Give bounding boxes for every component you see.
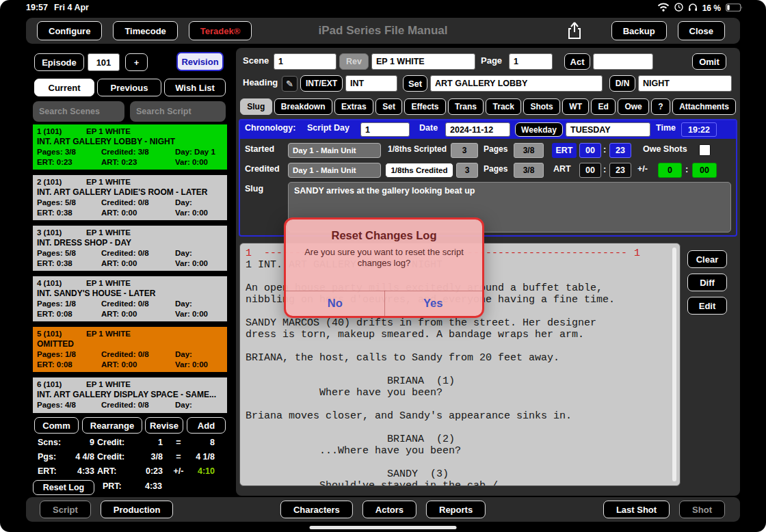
home-indicator[interactable]	[310, 526, 457, 529]
act-button[interactable]: Act	[564, 53, 590, 70]
tab-owe[interactable]: Owe	[618, 98, 649, 115]
tab-effects[interactable]: Effects	[404, 98, 446, 115]
tab-current[interactable]: Current	[34, 79, 94, 96]
tab-wt[interactable]: WT	[562, 98, 589, 115]
add-episode-button[interactable]: +	[125, 53, 148, 71]
variance-minutes-field[interactable]: 00	[692, 163, 717, 178]
backup-button[interactable]: Backup	[611, 21, 667, 40]
credited-pages-field[interactable]: 3/8	[514, 163, 544, 178]
art-hours-field[interactable]: 00	[579, 163, 601, 178]
close-button[interactable]: Close	[678, 21, 725, 40]
scene-credited: Credited: 0/8	[101, 400, 175, 410]
scene-revision: EP 1 WHITE	[86, 228, 131, 238]
owe-shots-checkbox[interactable]	[699, 144, 711, 156]
add-scene-button[interactable]: Add	[187, 417, 226, 434]
act-field[interactable]	[593, 53, 653, 70]
status-time-date: 19:57Fri 4 Apr	[26, 3, 89, 12]
page-number-field[interactable]: 1	[509, 53, 553, 70]
tab-trans[interactable]: Trans	[448, 98, 484, 115]
revision-button[interactable]: Revision	[176, 52, 224, 71]
reports-button[interactable]: Reports	[426, 501, 486, 518]
tab-set[interactable]: Set	[375, 98, 402, 115]
script-line: ...Where have you been?	[246, 445, 680, 457]
diff-button[interactable]: Diff	[687, 274, 727, 291]
last-shot-button[interactable]: Last Shot	[603, 501, 670, 518]
share-icon[interactable]	[566, 21, 583, 40]
weekday-button[interactable]: Weekday	[515, 122, 563, 137]
scene-list-item-1[interactable]: 1 (101)EP 1 WHITEINT. ART GALLERY LOBBY …	[33, 124, 227, 170]
tab-wish-list[interactable]: Wish List	[164, 79, 226, 96]
day-night-button[interactable]: D/N	[609, 75, 635, 92]
dialog-yes-button[interactable]: Yes	[384, 291, 483, 316]
scene-number-field[interactable]: 1	[274, 53, 336, 70]
credited-unit-field[interactable]: Day 1 - Main Unit	[288, 163, 381, 178]
ert-minutes-field[interactable]: 23	[609, 143, 631, 158]
episode-button[interactable]: Episode	[34, 53, 84, 71]
date-field[interactable]: 2024-11-12	[445, 122, 510, 137]
search-scenes-input[interactable]: Search Scenes	[33, 101, 124, 122]
scene-list-item-3[interactable]: 3 (101)EP 1 WHITEINT. DRESS SHOP - DAYPa…	[33, 226, 227, 271]
int-ext-field[interactable]: INT	[345, 75, 397, 92]
scene-day: Day:	[175, 248, 192, 258]
comm-button[interactable]: Comm	[34, 417, 79, 434]
set-button[interactable]: Set	[403, 75, 427, 92]
episode-number-field[interactable]: 101	[88, 53, 120, 71]
scene-list-item-2[interactable]: 2 (101)EP 1 WHITEINT. ART GALLERY LADIE'…	[33, 175, 227, 220]
started-unit-field[interactable]: Day 1 - Main Unit	[288, 143, 381, 158]
day-night-field[interactable]: NIGHT	[638, 75, 732, 92]
characters-button[interactable]: Characters	[280, 501, 353, 518]
variance-hours-field[interactable]: 0	[658, 163, 682, 178]
tab-breakdown[interactable]: Breakdown	[274, 98, 332, 115]
tab--[interactable]: ?	[651, 98, 670, 115]
reset-changes-log-dialog: Reset Changes Log Are you sure you want …	[284, 217, 484, 318]
tab-slug[interactable]: Slug	[240, 98, 272, 115]
weekday-field[interactable]: TUESDAY	[566, 122, 650, 137]
script-button[interactable]: Script	[40, 501, 91, 518]
scene-pages: Pages: 1/8	[37, 299, 101, 309]
search-script-input[interactable]: Search Script	[130, 101, 226, 122]
scene-var: Var: 0:00	[175, 208, 208, 218]
pgs-value: 4 4/8	[60, 452, 94, 462]
teradek-button[interactable]: Teradek®	[189, 21, 252, 40]
tab-previous[interactable]: Previous	[97, 79, 161, 96]
tab-shots[interactable]: Shots	[523, 98, 560, 115]
tab-extras[interactable]: Extras	[334, 98, 373, 115]
eighths-scripted-field[interactable]: 3	[451, 143, 478, 158]
tab-ed[interactable]: Ed	[591, 98, 616, 115]
art-minutes-field[interactable]: 23	[609, 163, 631, 178]
scene-credited: Credited: 0/8	[101, 248, 175, 258]
scene-heading: INT. ART GALLERY LOBBY - NIGHT	[37, 137, 223, 147]
scene-list-item-4[interactable]: 4 (101)EP 1 WHITEINT. SANDY'S HOUSE - LA…	[33, 276, 227, 321]
detail-tabs: SlugBreakdownExtrasSetEffectsTransTrackS…	[240, 98, 736, 115]
time-field[interactable]: 19:22	[681, 122, 717, 137]
script-day-field[interactable]: 1	[360, 122, 410, 137]
totals-row-scenes: Scns: 9 Credit: 1 = 8	[27, 438, 233, 450]
started-pages-field[interactable]: 3/8	[514, 143, 544, 158]
revise-button[interactable]: Revise	[145, 417, 183, 434]
production-button[interactable]: Production	[101, 501, 174, 518]
tab-track[interactable]: Track	[486, 98, 521, 115]
revision-name-field[interactable]: EP 1 WHITE	[371, 53, 475, 70]
tab-attachments[interactable]: Attachments	[672, 98, 736, 115]
rearrange-button[interactable]: Rearrange	[82, 417, 142, 434]
omit-button[interactable]: Omit	[692, 53, 726, 70]
timecode-button[interactable]: Timecode	[113, 21, 177, 40]
actors-button[interactable]: Actors	[362, 501, 417, 518]
eighths-credited-button[interactable]: 1/8ths Credited	[385, 163, 453, 178]
ert-hours-field[interactable]: 00	[579, 143, 601, 158]
rev-button[interactable]: Rev	[339, 53, 369, 70]
script-scrollbar[interactable]	[672, 248, 676, 481]
clear-button[interactable]: Clear	[687, 250, 727, 268]
heading-edit-icon[interactable]: ✎	[282, 76, 298, 92]
eighths-credited-field[interactable]: 3	[456, 163, 478, 178]
slug-label: Slug	[245, 184, 263, 194]
set-field[interactable]: ART GALLERY LOBBY	[430, 75, 603, 92]
dialog-no-button[interactable]: No	[286, 291, 384, 316]
configure-button[interactable]: Configure	[37, 21, 102, 40]
int-ext-button[interactable]: INT/EXT	[300, 75, 343, 92]
plus-minus-label: +/-	[637, 164, 648, 174]
scene-list-item-5[interactable]: 5 (101)EP 1 WHITEOMITTEDPages: 1/8Credit…	[33, 327, 227, 372]
edit-button[interactable]: Edit	[687, 297, 727, 315]
shot-button[interactable]: Shot	[679, 501, 725, 518]
scene-list-item-6[interactable]: 6 (101)EP 1 WHITEINT. ART GALLERY DISPLA…	[33, 377, 227, 413]
